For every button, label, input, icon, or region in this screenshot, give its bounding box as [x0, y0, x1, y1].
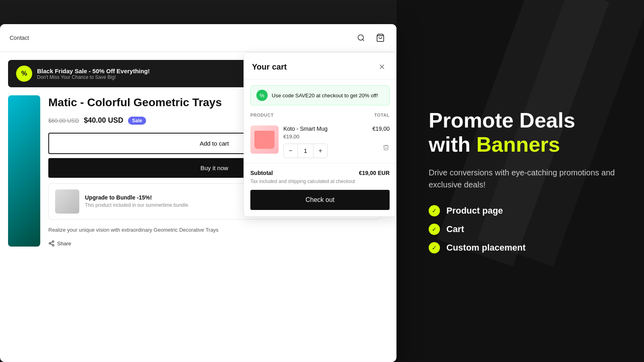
cart-column-headers: PRODUCT TOTAL	[244, 111, 396, 121]
svg-line-1	[363, 39, 364, 41]
cart-button[interactable]	[374, 31, 387, 44]
total-col-header: TOTAL	[374, 113, 390, 117]
quantity-increase-button[interactable]: +	[314, 144, 327, 158]
cart-title: Your cart	[252, 62, 287, 72]
cart-header: Your cart	[244, 53, 396, 80]
nav-contact[interactable]: Contact	[10, 35, 29, 41]
bundle-image-placeholder	[55, 189, 79, 214]
banner-percent-icon: %	[16, 66, 32, 82]
feature-check-icon-2: ✓	[429, 224, 440, 235]
cart-icon	[376, 33, 385, 42]
feature-label-cart: Cart	[446, 224, 464, 234]
product-description: Realize your unique vision with extraord…	[48, 226, 380, 234]
cart-item-details: Koto - Smart Mug €19,00 − 1 +	[283, 125, 367, 158]
product-col-header: PRODUCT	[250, 113, 274, 117]
trash-icon	[382, 144, 390, 151]
cart-close-button[interactable]	[376, 61, 388, 73]
banner-sub-text: Don't Miss Your Chance to Save Big!	[37, 74, 150, 80]
panel-description: Drive conversions with eye-catching prom…	[429, 167, 620, 191]
svg-point-0	[358, 35, 363, 40]
banner-text: Black Friday Sale - 50% Off Everything! …	[37, 68, 150, 80]
feature-list: ✓ Product page ✓ Cart ✓ Custom placement	[429, 205, 620, 253]
cart-item-delete-button[interactable]	[382, 144, 390, 153]
search-icon	[357, 34, 365, 42]
right-panel: Promote Deals with Banners Drive convers…	[396, 0, 644, 362]
svg-point-5	[52, 245, 54, 246]
sale-badge: Sale	[128, 117, 146, 125]
cart-dropdown: Your cart % Use code SAVE20 at checkout …	[244, 52, 396, 217]
checkout-button[interactable]: Check out	[250, 190, 390, 210]
share-icon	[48, 240, 55, 247]
feature-item-custom: ✓ Custom placement	[429, 242, 620, 253]
feature-item-product-page: ✓ Product page	[429, 205, 620, 216]
headline-part1: Promote Deals	[429, 109, 575, 132]
cart-item-name: Koto - Smart Mug	[283, 125, 367, 132]
svg-line-6	[51, 244, 53, 245]
cart-item-total: €19,00	[372, 125, 390, 132]
feature-check-icon: ✓	[429, 205, 440, 216]
feature-label-product-page: Product page	[446, 206, 503, 216]
headline-part2: with	[429, 133, 476, 156]
svg-point-3	[52, 241, 54, 243]
product-image	[8, 95, 40, 247]
svg-point-4	[49, 243, 51, 244]
promo-percent-icon: %	[256, 90, 268, 101]
feature-item-cart: ✓ Cart	[429, 224, 620, 235]
nav-left: Contact	[10, 35, 29, 41]
svg-line-7	[51, 242, 53, 243]
feature-label-custom: Custom placement	[446, 243, 526, 253]
cart-item-right: €19,00	[372, 125, 390, 153]
browser-window: Contact % Black Friday Sale - 50% Off Ev…	[0, 24, 396, 362]
cart-item-image	[250, 125, 279, 154]
tax-note: Tax included and shipping calculated at …	[250, 179, 390, 184]
share-button[interactable]: Share	[48, 240, 71, 247]
sale-price: $40.00 USD	[84, 116, 123, 125]
nav-icons	[355, 31, 387, 44]
cart-footer: Subtotal €19,00 EUR Tax included and shi…	[244, 163, 396, 216]
quantity-decrease-button[interactable]: −	[284, 144, 297, 158]
banner-left: % Black Friday Sale - 50% Off Everything…	[16, 66, 150, 82]
panel-headline: Promote Deals with Banners	[429, 109, 620, 157]
banner-main-text: Black Friday Sale - 50% Off Everything!	[37, 68, 150, 74]
subtotal-label: Subtotal	[250, 170, 273, 176]
cart-item: Koto - Smart Mug €19,00 − 1 + €19,00	[244, 121, 396, 163]
cart-item-price: €19,00	[283, 134, 367, 140]
search-button[interactable]	[355, 31, 367, 44]
bundle-image	[55, 189, 79, 214]
quantity-value: 1	[297, 144, 314, 158]
feature-check-icon-3: ✓	[429, 242, 440, 253]
headline-accent: Banners	[476, 133, 560, 156]
original-price: $60.00 USD	[48, 117, 79, 124]
subtotal-amount: €19,00 EUR	[359, 170, 390, 176]
quantity-controls: − 1 +	[283, 144, 328, 158]
close-icon	[378, 63, 386, 71]
mug-image-placeholder	[254, 131, 275, 149]
cart-promo-bar: % Use code SAVE20 at checkout to get 20%…	[250, 85, 390, 105]
nav-bar: Contact	[0, 24, 396, 52]
subtotal-row: Subtotal €19,00 EUR	[250, 170, 390, 176]
cart-promo-text: Use code SAVE20 at checkout to get 20% o…	[272, 93, 378, 99]
